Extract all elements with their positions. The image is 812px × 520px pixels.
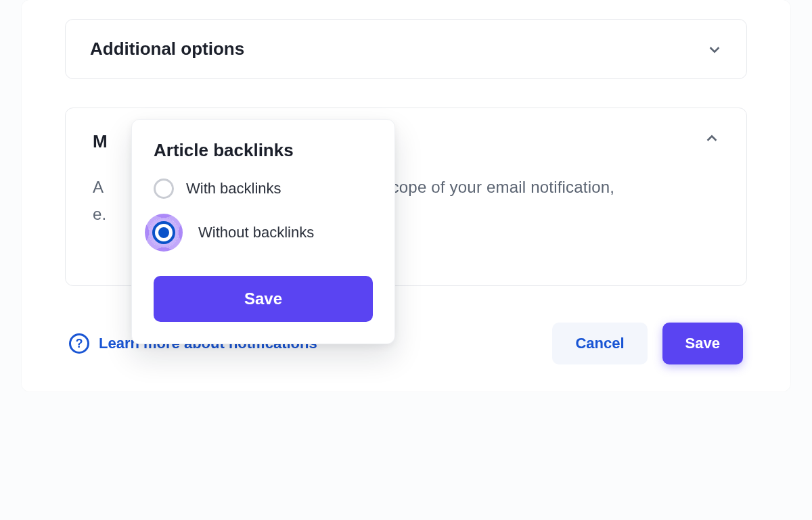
radio-label: Without backlinks [198, 224, 314, 241]
chevron-up-icon[interactable] [704, 131, 719, 146]
radio-with-backlinks[interactable]: With backlinks [154, 179, 373, 199]
panel-title-fragment: M [93, 131, 108, 152]
save-button[interactable]: Save [662, 323, 743, 364]
help-icon: ? [69, 333, 89, 354]
popover-title: Article backlinks [154, 140, 373, 161]
article-backlinks-popover: Article backlinks With backlinks Without… [131, 119, 395, 344]
radio-label: With backlinks [186, 180, 281, 197]
radio-icon [154, 179, 174, 199]
radio-selected-icon [152, 221, 175, 244]
cancel-button[interactable]: Cancel [552, 323, 647, 364]
popover-save-button[interactable]: Save [154, 276, 373, 322]
chevron-down-icon [707, 42, 722, 57]
additional-options-title: Additional options [90, 39, 244, 60]
radio-without-backlinks[interactable]: Without backlinks [154, 214, 373, 252]
additional-options-panel[interactable]: Additional options [65, 19, 747, 79]
